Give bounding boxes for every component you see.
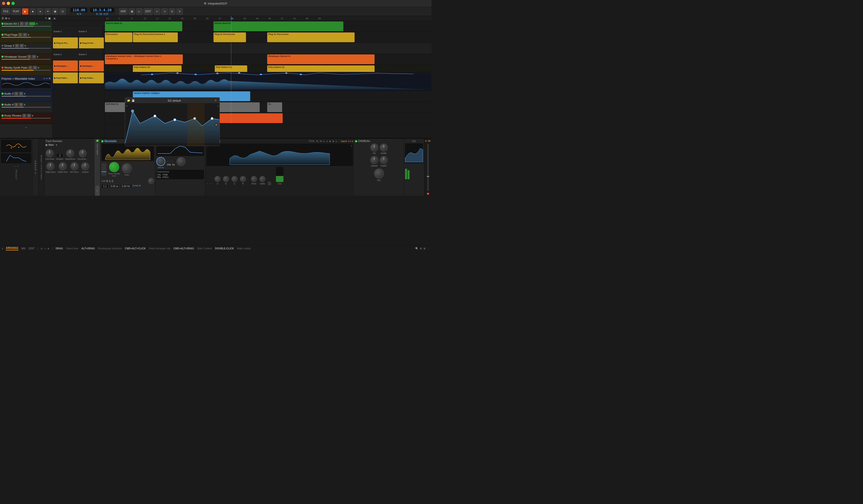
clip-vo[interactable]: Vo <box>267 102 282 112</box>
export-button[interactable]: ⊡ <box>169 8 175 15</box>
eg-play-button[interactable]: ▶ <box>214 123 218 127</box>
file-button[interactable]: FILE <box>1 8 10 15</box>
play-label-button[interactable]: PLAY <box>11 8 21 15</box>
close-button[interactable] <box>2 2 5 5</box>
knob-glide-time-control[interactable] <box>59 162 67 170</box>
track-mute-electro-kit[interactable]: M <box>24 22 28 25</box>
adsr-right-arrow[interactable]: → <box>210 182 212 185</box>
scene-2[interactable]: Scene 2 <box>52 26 77 37</box>
status-search[interactable]: 🔍 <box>415 247 418 250</box>
rel-expr[interactable]: REL <box>157 176 162 178</box>
session-clip-wonky-1[interactable]: ▶ Poly Patter... <box>53 72 78 84</box>
track-menu-himalayan[interactable]: ≡ <box>37 55 38 58</box>
tool-bracket1[interactable]: ⌐ <box>323 140 325 142</box>
track-vol-wonky[interactable] <box>1 70 51 71</box>
track-menu-audio3[interactable]: ≡ <box>24 92 25 95</box>
track-mute-audio4[interactable]: M <box>19 103 23 106</box>
eq-fader-r[interactable] <box>408 170 410 179</box>
minimize-button[interactable] <box>7 2 10 5</box>
arrange-mode[interactable]: ARRANGE <box>6 247 18 250</box>
d-knob[interactable] <box>223 176 229 182</box>
session-scene3-group3[interactable]: Scene 3 <box>77 49 102 60</box>
track-vol-audio3[interactable] <box>1 96 51 97</box>
track-vol-group3[interactable] <box>1 48 51 49</box>
track-menu-audio4[interactable]: ≡ <box>24 103 25 106</box>
wavetable-display[interactable] <box>101 143 154 161</box>
track-menu-rusty[interactable]: ≡ <box>32 114 33 117</box>
speed-knob[interactable] <box>370 156 378 164</box>
vel-expr[interactable]: VEL <box>157 174 161 176</box>
session-clip-plug-01[interactable]: ▶ Plug 01 Per... <box>53 37 78 48</box>
filter-res-knob[interactable] <box>177 157 186 166</box>
track-mute-group3[interactable]: M <box>20 44 24 48</box>
hz-val[interactable]: 0.00 Hz <box>120 185 132 188</box>
edit-mode[interactable]: EDIT <box>29 247 35 250</box>
depth-knob[interactable] <box>380 156 388 164</box>
a-knob[interactable] <box>214 176 221 182</box>
session-scene2-group3[interactable]: Scene 2 <box>52 49 77 60</box>
close-x-button[interactable]: ✕ <box>176 8 183 15</box>
clip-himalayan-atmo1[interactable]: Himalayan Sunset Atmo 1 <box>133 54 183 64</box>
mix-knob[interactable] <box>374 168 384 178</box>
track-solo-group3[interactable]: S <box>15 44 19 48</box>
master-power[interactable] <box>427 193 429 195</box>
prev-button[interactable]: ▷ <box>136 8 142 15</box>
clip-button[interactable]: ▣ <box>52 8 59 15</box>
knob-output-control[interactable] <box>81 162 89 170</box>
redo-button[interactable]: ↪ <box>161 8 168 15</box>
width-knob[interactable] <box>380 143 388 152</box>
track-vol-himalayan[interactable] <box>1 59 51 60</box>
knob-vel-sens-control[interactable] <box>71 162 78 170</box>
filter-left-arrow[interactable]: ← <box>167 160 169 163</box>
clip-plug-bounce[interactable]: Plug 01 Percussive-bounce-1 <box>133 33 178 42</box>
track-solo-rusty[interactable]: S <box>22 114 26 117</box>
sub-knob[interactable] <box>148 178 154 184</box>
track-menu-group3[interactable]: ≡ <box>24 44 26 47</box>
position-display[interactable]: 18.3.4.20 <box>90 7 115 13</box>
timb-expr[interactable]: TIMB <box>162 174 168 176</box>
add-track-button[interactable]: + <box>0 124 52 131</box>
track-solo-audio3[interactable]: S <box>14 92 18 96</box>
sync-btn[interactable]: SYNC▼ <box>133 185 141 188</box>
track-solo-audio4[interactable]: S <box>14 103 18 106</box>
add-button[interactable]: ADD <box>119 8 128 15</box>
polymer-side-btn[interactable]: + <box>96 186 99 196</box>
edit-button[interactable]: EDIT <box>143 8 153 15</box>
status-settings[interactable]: ⚙ <box>420 247 422 250</box>
clip-percussive[interactable]: Percussive <box>105 33 132 42</box>
track-solo-plug-finga[interactable]: S <box>18 33 22 36</box>
track-mute-wonky[interactable]: M <box>33 66 37 70</box>
s-knob[interactable] <box>232 176 237 182</box>
track-close-polymer[interactable]: ✕ <box>48 77 51 80</box>
tool-bracket2[interactable]: ¬ <box>326 140 328 142</box>
fb-knob[interactable] <box>370 143 378 152</box>
clip-plug-percussive-3[interactable]: Plug 01 Percussive <box>267 33 354 42</box>
pres-expr[interactable]: PRES <box>163 176 169 178</box>
track-solo-himalayan[interactable]: S <box>27 55 31 59</box>
status-more[interactable]: ⋮ <box>427 247 429 250</box>
stop-button[interactable]: ■ <box>29 8 36 15</box>
track-menu-electro-kit[interactable]: ≡ <box>36 22 37 25</box>
session-clip-plug-02[interactable]: ▶ Plug 01 Per... <box>79 37 104 48</box>
track-vol-rusty[interactable] <box>1 118 51 118</box>
mini-toggle[interactable]: ◦◦ <box>17 165 18 167</box>
r-knob[interactable] <box>240 176 246 182</box>
track-solo-wonky[interactable]: S <box>28 66 32 70</box>
detail-button[interactable]: ⊡ <box>60 8 66 15</box>
loop-button[interactable]: ⟲ <box>45 8 51 15</box>
track-mute-audio3[interactable]: M <box>19 92 23 96</box>
session-clip-wonky-2[interactable]: ▶ Poly Patter... <box>79 72 104 84</box>
knob-oscs-control[interactable] <box>79 149 87 157</box>
tool-misc[interactable]: ↕ <box>336 140 337 142</box>
ratio-val[interactable]: 1:1 <box>101 185 108 188</box>
track-mute-himalayan[interactable]: M <box>32 55 36 59</box>
glide2-knob[interactable] <box>260 176 265 182</box>
mix-mode[interactable]: MIX <box>22 247 26 250</box>
eg-folder-icon[interactable]: 📁 <box>127 99 130 102</box>
track-vol-audio4[interactable] <box>1 107 51 108</box>
adsr-left-arrow[interactable]: ← <box>206 182 209 185</box>
glide-lock-btn[interactable] <box>268 182 271 185</box>
tempo-display[interactable]: 110.00 <box>70 7 88 13</box>
knob-highpass-control[interactable] <box>47 162 54 170</box>
eg-close-button[interactable]: ✕ <box>214 99 217 102</box>
